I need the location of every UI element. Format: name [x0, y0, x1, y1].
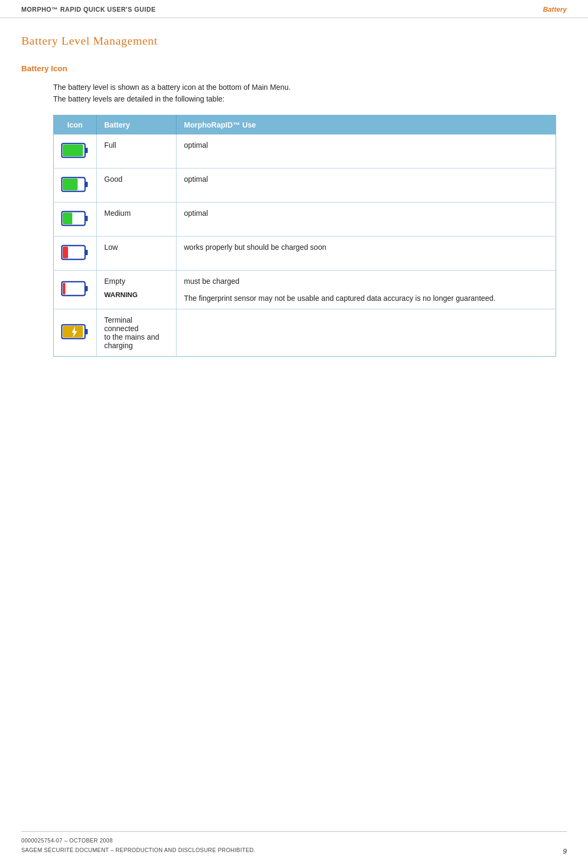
use-text-cell: optimal: [177, 202, 556, 236]
svg-rect-7: [85, 216, 88, 221]
svg-rect-2: [63, 145, 83, 156]
battery-label-cell: EmptyWARNING: [97, 270, 177, 309]
use-text: optimal: [184, 141, 208, 149]
svg-rect-8: [63, 213, 72, 224]
battery-icon-good: [61, 175, 89, 194]
page-footer: 0000025754-07 – October 2008 Sagem Sécur…: [21, 831, 567, 855]
battery-icon-medium: [61, 209, 89, 228]
svg-rect-4: [85, 182, 88, 187]
svg-rect-11: [63, 247, 68, 258]
battery-icon-cell: [54, 309, 97, 356]
svg-rect-14: [63, 283, 65, 294]
svg-rect-10: [85, 250, 88, 255]
footer-page-number: 9: [563, 847, 567, 855]
table-row: Mediumoptimal: [54, 202, 556, 236]
battery-icon-empty: [61, 279, 89, 298]
table-row: Lowworks properly but should be charged …: [54, 236, 556, 270]
col-header-battery: Battery: [97, 115, 177, 134]
page-body: Battery Level Management Battery Icon Th…: [0, 18, 588, 389]
battery-icon-cell: [54, 168, 97, 202]
page-title: Battery Level Management: [21, 34, 567, 48]
svg-rect-13: [85, 286, 88, 291]
battery-icon-charging: [61, 322, 89, 341]
table-row: EmptyWARNINGmust be chargedThe fingerpri…: [54, 270, 556, 309]
use-text-cell: must be chargedThe fingerprint sensor ma…: [177, 270, 556, 309]
footer-disclaimer: Sagem Sécurité Document – Reproduction a…: [21, 846, 255, 855]
battery-label-text: Medium: [104, 209, 131, 217]
use-text-cell: optimal: [177, 134, 556, 168]
header-title: Morpho™ RapID Quick User's Guide: [21, 6, 156, 13]
col-header-use: MorphoRapID™ Use: [177, 115, 556, 134]
battery-label-cell: Terminal connectedto the mains andchargi…: [97, 309, 177, 356]
body-intro: The battery level is shown as a battery …: [53, 81, 567, 105]
battery-label-cell: Good: [97, 168, 177, 202]
battery-label-text: Empty: [104, 277, 125, 285]
use-text-cell: works properly but should be charged soo…: [177, 236, 556, 270]
use-text-cell: [177, 309, 556, 356]
svg-rect-16: [85, 329, 88, 334]
battery-icon-cell: [54, 202, 97, 236]
page-header: Morpho™ RapID Quick User's Guide Battery: [0, 0, 588, 18]
battery-icon-low: [61, 243, 89, 262]
battery-label-text: Low: [104, 243, 118, 251]
battery-label-text: to the mains and: [104, 333, 159, 341]
table-row: Goodoptimal: [54, 168, 556, 202]
use-text: works properly but should be charged soo…: [184, 243, 326, 251]
table-row: Fulloptimal: [54, 134, 556, 168]
battery-label-cell: Full: [97, 134, 177, 168]
svg-rect-1: [85, 148, 88, 153]
section-heading: Battery Icon: [21, 64, 567, 73]
table-row: Terminal connectedto the mains andchargi…: [54, 309, 556, 356]
col-header-icon: Icon: [54, 115, 97, 134]
use-text-cell: optimal: [177, 168, 556, 202]
battery-label-text: Good: [104, 175, 122, 183]
battery-label-cell: Low: [97, 236, 177, 270]
header-section: Battery: [543, 5, 567, 13]
use-text: optimal: [184, 209, 208, 217]
warning-text: The fingerprint sensor may not be usable…: [184, 294, 495, 302]
battery-label-cell: Medium: [97, 202, 177, 236]
warning-label: WARNING: [104, 291, 169, 299]
table-header-row: Icon Battery MorphoRapID™ Use: [54, 115, 556, 134]
battery-icon-cell: [54, 236, 97, 270]
battery-label-text: Full: [104, 141, 116, 149]
svg-rect-5: [63, 179, 78, 190]
footer-doc-number: 0000025754-07 – October 2008: [21, 836, 255, 846]
footer-left: 0000025754-07 – October 2008 Sagem Sécur…: [21, 836, 255, 855]
use-text: must be charged: [184, 277, 239, 285]
battery-icon-full: [61, 141, 89, 160]
battery-icon-cell: [54, 134, 97, 168]
battery-label-text: charging: [104, 341, 133, 350]
use-text: optimal: [184, 175, 208, 183]
battery-icon-cell: [54, 270, 97, 309]
battery-table: Icon Battery MorphoRapID™ Use Fulloptima…: [53, 115, 556, 357]
battery-label-text: Terminal connected: [104, 316, 139, 333]
